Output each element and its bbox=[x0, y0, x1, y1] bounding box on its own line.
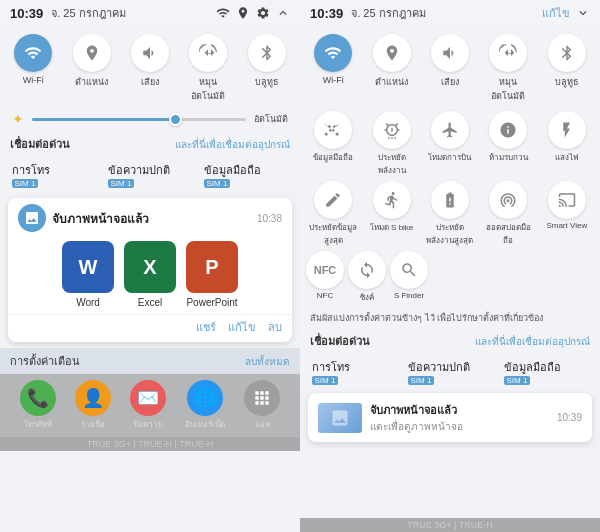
extra-toggle-nfc-circle[interactable]: NFC bbox=[306, 251, 344, 289]
right-notification-card[interactable]: จับภาพหน้าจอแล้ว แตะเพื่อดูภาพหน้าจอ 10:… bbox=[308, 393, 592, 442]
right-toggle-autorotate-circle[interactable] bbox=[489, 34, 527, 72]
notif-icon bbox=[18, 204, 46, 232]
dock-apps[interactable]: แอพ bbox=[244, 380, 280, 431]
dock-contacts[interactable]: 👤 รายชื่อ bbox=[75, 380, 111, 431]
right-edit-button[interactable]: แก้ไข bbox=[542, 4, 570, 22]
extra-toggle-mobiledata[interactable]: ข้อมูลมือถือ bbox=[306, 111, 360, 177]
right-toggle-bluetooth[interactable]: บลูทูธ bbox=[542, 34, 592, 103]
extra-toggle-dnd-circle[interactable] bbox=[489, 111, 527, 149]
dock-phone[interactable]: 📞 โทรศัพท์ bbox=[20, 380, 56, 431]
right-conn-calls: การโทร SIM 1 bbox=[312, 358, 397, 385]
toggle-wifi[interactable]: Wi-Fi bbox=[8, 34, 58, 103]
right-toggle-bluetooth-circle[interactable] bbox=[548, 34, 586, 72]
toggle-wifi-circle[interactable] bbox=[14, 34, 52, 72]
conn-sms-name: ข้อความปกติ bbox=[108, 161, 170, 179]
dock-internet-icon[interactable]: 🌐 bbox=[187, 380, 223, 416]
app-icon-ppt[interactable]: P bbox=[186, 241, 238, 293]
extra-toggle-hotspot[interactable]: ฮอตสปอตมือถือ bbox=[481, 181, 535, 247]
left-status-icons bbox=[216, 6, 290, 20]
left-connection-row: การโทร SIM 1 ข้อความปกติ SIM 1 ข้อมูลมือ… bbox=[0, 157, 300, 192]
right-toggle-autorotate[interactable]: หมุนอัตโนมัติ bbox=[483, 34, 533, 103]
extra-toggle-sbike-circle[interactable] bbox=[373, 181, 411, 219]
extra-toggle-mobiledata-circle[interactable] bbox=[314, 111, 352, 149]
extra-toggle-smartview-circle[interactable] bbox=[548, 181, 586, 219]
extra-toggle-flightmode[interactable]: โหมดการบิน bbox=[423, 111, 477, 177]
extra-toggle-maxsave[interactable]: ประหยัดพลังงานสูงสุด bbox=[423, 181, 477, 247]
toggle-location[interactable]: ตำแหน่ง bbox=[67, 34, 117, 103]
dock-contacts-icon[interactable]: 👤 bbox=[75, 380, 111, 416]
left-status-bottom: TRUE 3G+ | TRUE-H | TRUE-H bbox=[0, 437, 300, 451]
app-icon-word[interactable]: W bbox=[62, 241, 114, 293]
toggle-bluetooth-circle[interactable] bbox=[248, 34, 286, 72]
right-toggle-sound[interactable]: เสียง bbox=[425, 34, 475, 103]
toggle-bluetooth[interactable]: บลูทูธ bbox=[242, 34, 292, 103]
right-toggle-wifi[interactable]: Wi-Fi bbox=[308, 34, 358, 103]
dock-phone-icon[interactable]: 📞 bbox=[20, 380, 56, 416]
extra-toggle-powersave-circle[interactable] bbox=[373, 111, 411, 149]
right-toggle-location[interactable]: ตำแหน่ง bbox=[367, 34, 417, 103]
notif-edit-btn[interactable]: แก้ไข bbox=[228, 318, 256, 336]
extra-toggle-flightmode-label: โหมดการบิน bbox=[428, 151, 471, 164]
right-connect-link[interactable]: และที่นี่เพื่อเชื่อมต่ออุปกรณ์ bbox=[475, 334, 590, 349]
toggle-location-circle[interactable] bbox=[73, 34, 111, 72]
extra-toggle-powersave[interactable]: ประหยัดพลังงาน bbox=[364, 111, 418, 177]
toggle-sound[interactable]: เสียง bbox=[125, 34, 175, 103]
brightness-icon: ✦ bbox=[12, 111, 24, 127]
extra-toggle-sync-label: ซิงค์ bbox=[360, 291, 374, 304]
toggle-autorotate-circle[interactable] bbox=[189, 34, 227, 72]
app-thumb-word[interactable]: W Word bbox=[62, 241, 114, 308]
dock-internet[interactable]: 🌐 อินเทอร์เน็ต bbox=[185, 380, 225, 431]
extra-toggle-flightmode-circle[interactable] bbox=[431, 111, 469, 149]
extra-toggle-sbike-label: โหมด S bike bbox=[370, 221, 413, 234]
conn-data-name: ข้อมูลมือถือ bbox=[204, 161, 261, 179]
extra-toggle-sync-circle[interactable] bbox=[348, 251, 386, 289]
extra-toggle-maxsave-circle[interactable] bbox=[431, 181, 469, 219]
toggle-sound-circle[interactable] bbox=[131, 34, 169, 72]
extra-toggle-sync[interactable]: ซิงค์ bbox=[348, 251, 386, 304]
dock-apps-icon[interactable] bbox=[244, 380, 280, 416]
ppt-letter: P bbox=[205, 256, 218, 279]
extra-toggle-mobiledata-label: ข้อมูลมือถือ bbox=[313, 151, 353, 164]
right-toggle-sound-circle[interactable] bbox=[431, 34, 469, 72]
dock-messages-icon[interactable]: ✉️ bbox=[130, 380, 166, 416]
extra-toggle-nfc[interactable]: NFC NFC bbox=[306, 251, 344, 304]
extra-toggle-sfinder[interactable]: S Finder bbox=[390, 251, 428, 304]
right-toggle-wifi-circle[interactable] bbox=[314, 34, 352, 72]
extra-toggle-datasave-circle[interactable] bbox=[314, 181, 352, 219]
conn-calls-name: การโทร bbox=[12, 161, 50, 179]
extra-toggle-hotspot-circle[interactable] bbox=[489, 181, 527, 219]
left-connect-link[interactable]: และที่นี่เพื่อเชื่อมต่ออุปกรณ์ bbox=[175, 137, 290, 152]
right-toggle-location-circle[interactable] bbox=[373, 34, 411, 72]
left-bottom-link[interactable]: ลบทั้งหมด bbox=[245, 354, 290, 369]
extra-toggle-dnd[interactable]: ห้ามรบกวน bbox=[481, 111, 535, 177]
right-time: 10:39 bbox=[310, 6, 343, 21]
app-icon-excel[interactable]: X bbox=[124, 241, 176, 293]
app-thumb-excel[interactable]: X Excel bbox=[124, 241, 176, 308]
extra-toggle-sbike[interactable]: โหมด S bike bbox=[364, 181, 418, 247]
extra-toggle-torch-circle[interactable] bbox=[548, 111, 586, 149]
notif-delete-btn[interactable]: ลบ bbox=[268, 318, 282, 336]
extra-toggle-datasave[interactable]: ประหยัดข้อมูลสูงสุด bbox=[306, 181, 360, 247]
right-conn-sms-name: ข้อความปกติ bbox=[408, 358, 470, 376]
brightness-row: ✦ อัตโนมัติ bbox=[0, 107, 300, 131]
extra-toggle-smartview[interactable]: Smart View bbox=[540, 181, 594, 247]
right-conn-sms-sim: SIM 1 bbox=[408, 376, 435, 385]
app-thumb-ppt[interactable]: P PowerPoint bbox=[186, 241, 238, 308]
dock-phone-label: โทรศัพท์ bbox=[24, 418, 52, 431]
brightness-thumb[interactable] bbox=[169, 113, 182, 126]
toggle-autorotate[interactable]: หมุนอัตโนมัติ bbox=[183, 34, 233, 103]
extra-toggle-powersave-label: ประหยัดพลังงาน bbox=[364, 151, 418, 177]
nfc-row: NFC NFC ซิงค์ S Finder bbox=[300, 251, 600, 308]
extra-toggle-torch[interactable]: แสงไฟ bbox=[540, 111, 594, 177]
dock-messages[interactable]: ✉️ ข้อความ bbox=[130, 380, 166, 431]
right-connect-title: เชื่อมต่อด่วน bbox=[310, 332, 370, 350]
toggle-sound-label: เสียง bbox=[141, 75, 159, 89]
right-extra-toggles1: ข้อมูลมือถือ ประหยัดพลังงาน โหมดการบิน ห… bbox=[300, 107, 600, 181]
right-conn-data-sub: SIM 1 bbox=[504, 376, 531, 385]
extra-toggle-datasave-label: ประหยัดข้อมูลสูงสุด bbox=[306, 221, 360, 247]
left-quick-toggles: Wi-Fi ตำแหน่ง เสียง หมุนอัตโนมัติ บลูทูธ bbox=[0, 26, 300, 107]
notif-share-btn[interactable]: แชร์ bbox=[196, 318, 216, 336]
left-notification-card[interactable]: จับภาพหน้าจอแล้ว 10:38 W Word X Excel P bbox=[8, 198, 292, 342]
brightness-slider[interactable] bbox=[32, 118, 246, 121]
extra-toggle-sfinder-circle[interactable] bbox=[390, 251, 428, 289]
